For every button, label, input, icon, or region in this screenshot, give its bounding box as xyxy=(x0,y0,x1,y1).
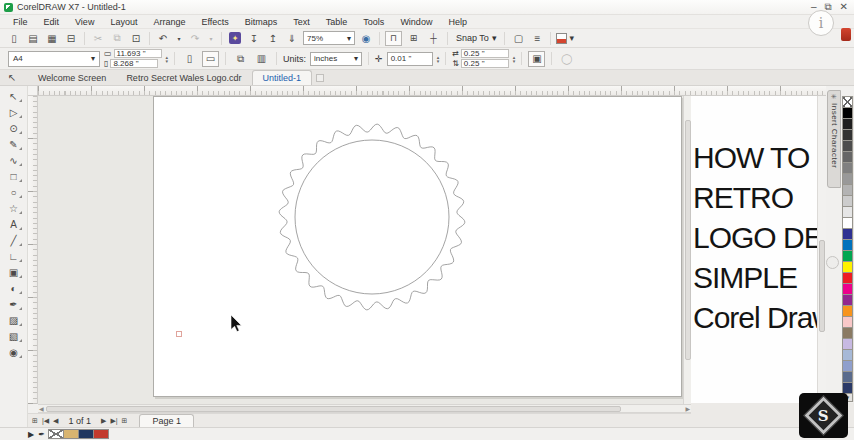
page-tab[interactable]: Page 1 xyxy=(139,414,194,427)
print-button[interactable]: ⊟ xyxy=(63,31,79,46)
menu-item-table[interactable]: Table xyxy=(319,16,355,28)
previous-page-button[interactable]: ◀ xyxy=(53,417,58,425)
copy-button[interactable]: ⧉ xyxy=(109,31,125,46)
menu-item-effects[interactable]: Effects xyxy=(194,16,235,28)
zoom-tool[interactable]: ⊙ xyxy=(4,121,24,136)
menu-item-window[interactable]: Window xyxy=(393,16,439,28)
eyedropper-tool[interactable]: ✒ xyxy=(4,297,24,312)
ring-icon: ◯ xyxy=(561,53,572,64)
import-button[interactable]: ↧ xyxy=(246,31,262,46)
menu-item-text[interactable]: Text xyxy=(286,16,317,28)
search-content-button[interactable]: ✦ xyxy=(227,31,243,46)
text-tool[interactable]: A xyxy=(4,217,24,232)
overlay-vertical-scrollbar[interactable] xyxy=(817,96,826,403)
open-button[interactable]: ▤ xyxy=(25,31,41,46)
connector-tool[interactable]: ∟ xyxy=(4,249,24,264)
duplicate-stepper[interactable]: ▴▾ xyxy=(513,55,516,63)
export-button[interactable]: ↥ xyxy=(265,31,281,46)
options-button[interactable]: ▢ xyxy=(510,31,526,46)
seal-shape xyxy=(38,96,683,404)
docker-tab-insert-character[interactable]: ✳ Insert Character xyxy=(827,90,841,188)
add-page-icon[interactable]: ⊞ xyxy=(32,417,38,425)
new-document-button[interactable]: ▯ xyxy=(6,31,22,46)
page-size-select[interactable]: A4 ▾ xyxy=(8,51,100,67)
menu-item-arrange[interactable]: Arrange xyxy=(146,16,192,28)
outline-pen-tool[interactable]: ◉ xyxy=(4,345,24,360)
pick-tool[interactable]: ↖ xyxy=(4,89,24,104)
artistic-media-tool[interactable]: ∿ xyxy=(4,153,24,168)
show-grid-toggle[interactable]: ⊞ xyxy=(405,31,422,46)
menu-item-edit[interactable]: Edit xyxy=(37,16,67,28)
freehand-tool[interactable]: ✎ xyxy=(4,137,24,152)
docker-collapse-button[interactable] xyxy=(826,256,839,269)
save-button[interactable]: ▦ xyxy=(44,31,60,46)
snap-to-dropdown[interactable]: Snap To ▾ xyxy=(453,33,499,43)
new-tab-button[interactable] xyxy=(316,74,324,82)
drop-shadow-tool[interactable]: ▣ xyxy=(4,265,24,280)
menu-item-tools[interactable]: Tools xyxy=(356,16,391,28)
polygon-tool[interactable]: ☆ xyxy=(4,201,24,216)
page-width-field[interactable]: 11.693 " xyxy=(114,49,162,58)
menu-item-view[interactable]: View xyxy=(68,16,101,28)
document-tab-untitled-1[interactable]: Untitled-1 xyxy=(252,70,313,85)
treat-as-filled-button[interactable]: ▣ xyxy=(528,51,545,67)
corel-draw-window: CorelDRAW X7 - Untitled-1 – ⧉ ✕ FileEdit… xyxy=(0,0,854,440)
shape-tool[interactable]: ▷ xyxy=(4,105,24,120)
dimension-tool[interactable]: ╱ xyxy=(4,233,24,248)
nudge-stepper[interactable]: ▴▾ xyxy=(437,55,440,63)
facing-pages-button[interactable]: ▥ xyxy=(253,51,270,67)
nudge-distance-field[interactable]: 0.01 " xyxy=(387,52,433,66)
document-tab-retro-secret-wales-logo-cdr[interactable]: Retro Secret Wales Logo.cdr xyxy=(116,71,251,85)
tray-button[interactable]: ≡ xyxy=(529,31,545,46)
save-icon: ▦ xyxy=(47,33,56,44)
ruler-origin-button[interactable] xyxy=(28,86,38,96)
cut-button[interactable]: ✂ xyxy=(90,31,106,46)
horizontal-ruler[interactable] xyxy=(38,86,826,96)
menu-item-file[interactable]: File xyxy=(6,16,35,28)
rectangle-tool[interactable]: □ xyxy=(4,169,24,184)
canvas-horizontal-scrollbar[interactable]: ◀ ▶ xyxy=(38,404,691,413)
next-page-button[interactable]: ▶ xyxy=(101,417,106,425)
interactive-fill-tool[interactable]: ▨ xyxy=(4,313,24,328)
fullscreen-preview-button[interactable]: ◉ xyxy=(358,31,374,46)
redo-button[interactable]: ↷ xyxy=(187,31,203,46)
show-rulers-toggle[interactable]: ⊓ xyxy=(385,31,402,46)
undo-dropdown[interactable]: ▾ xyxy=(174,31,184,46)
undo-button[interactable]: ↶ xyxy=(155,31,171,46)
last-page-button[interactable]: ▶| xyxy=(110,417,117,425)
page-height-field[interactable]: 8.268 " xyxy=(110,59,158,68)
units-value: inches xyxy=(314,54,337,63)
vertical-ruler[interactable] xyxy=(28,96,38,404)
landscape-button[interactable]: ▭ xyxy=(202,51,219,67)
portrait-button[interactable]: ▯ xyxy=(181,51,198,67)
show-guidelines-toggle[interactable]: ┼ xyxy=(425,31,442,46)
menu-item-help[interactable]: Help xyxy=(441,16,474,28)
close-button[interactable]: ✕ xyxy=(840,1,848,13)
drawing-canvas[interactable] xyxy=(38,96,683,404)
ellipse-tool[interactable]: ○ xyxy=(4,185,24,200)
smart-fill-tool[interactable]: ▧ xyxy=(4,329,24,344)
portrait-icon: ▯ xyxy=(187,53,193,64)
transparency-tool[interactable]: ◐ xyxy=(4,281,24,296)
application-launcher[interactable]: ▾ xyxy=(556,33,574,44)
scrollbar-thumb[interactable] xyxy=(46,406,621,412)
first-page-button[interactable]: |◀ xyxy=(42,417,49,425)
canvas-vertical-scrollbar[interactable] xyxy=(683,96,691,404)
overlay-text-line: SIMPLE xyxy=(691,258,817,298)
units-select[interactable]: inches ▾ xyxy=(310,52,362,66)
scrollbar-thumb[interactable] xyxy=(819,240,825,332)
overlay-text-line: LOGO DE xyxy=(691,218,817,258)
dimension-stepper[interactable]: ▴▾ xyxy=(166,55,169,63)
redo-dropdown[interactable]: ▾ xyxy=(206,31,216,46)
toolbar-separator xyxy=(551,52,552,65)
publish-pdf-button[interactable]: ⇓ xyxy=(284,31,300,46)
menu-item-layout[interactable]: Layout xyxy=(103,16,144,28)
zoom-level-select[interactable]: 75% ▾ xyxy=(303,31,355,45)
document-tab-welcome-screen[interactable]: Welcome Screen xyxy=(28,71,116,85)
all-pages-button[interactable]: ⧉ xyxy=(232,51,249,67)
menu-item-bitmaps[interactable]: Bitmaps xyxy=(238,16,285,28)
duplicate-x-field[interactable]: 0.25 " xyxy=(461,49,509,58)
add-page-icon[interactable]: ⊞ xyxy=(122,417,128,425)
duplicate-y-field[interactable]: 0.25 " xyxy=(461,59,509,68)
paste-button[interactable]: ⊡ xyxy=(128,31,144,46)
